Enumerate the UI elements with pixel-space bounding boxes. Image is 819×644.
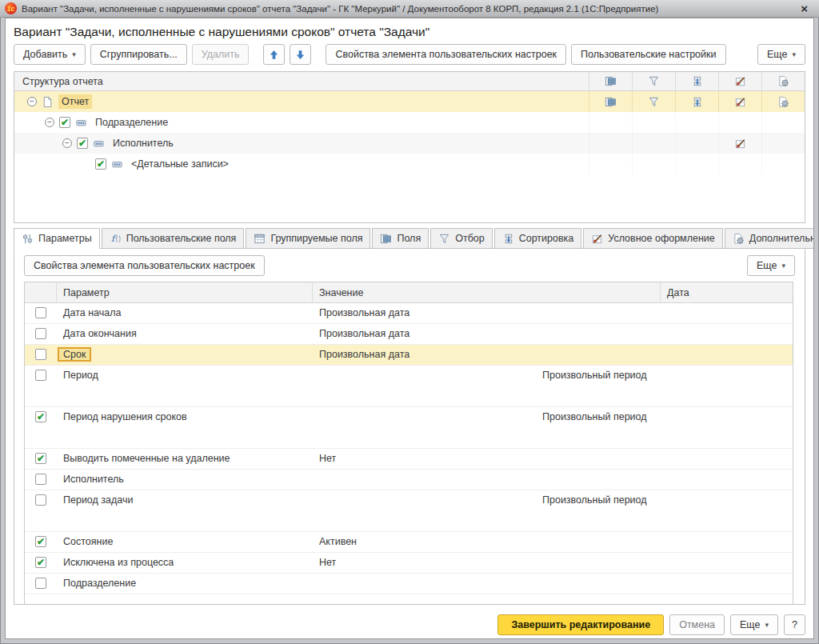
element-properties-button[interactable]: Свойства элемента пользовательских настр… <box>326 44 566 65</box>
param-name-cell: Выводить помеченные на удаление <box>57 449 313 464</box>
param-name: Дата окончания <box>63 328 137 339</box>
chevron-down-icon: ▾ <box>765 621 769 629</box>
param-checkbox[interactable] <box>35 474 46 485</box>
structure-tree-body: −Отчет−✔Подразделение−✔Исполнитель✔<Дета… <box>14 91 805 174</box>
sort-icon <box>691 75 703 87</box>
finish-editing-button[interactable]: Завершить редактирование <box>497 614 664 635</box>
column-gearpage <box>761 72 805 90</box>
tab-gearpage[interactable]: Дополнительные настройки <box>725 228 814 249</box>
column-checkbox <box>25 282 57 302</box>
param-checkbox-cell <box>25 366 57 381</box>
param-checkbox[interactable]: ✔ <box>35 411 46 422</box>
tree-row[interactable]: −Отчет <box>14 91 805 112</box>
param-checkbox[interactable] <box>35 370 46 381</box>
param-checkbox[interactable] <box>35 328 46 339</box>
param-date <box>661 324 793 328</box>
param-name: Исполнитель <box>63 474 124 485</box>
param-row[interactable]: Дата началаПроизвольная дата <box>25 303 793 324</box>
param-name-cell: Период нарушения сроков <box>57 407 313 422</box>
param-period-value: Произвольный период <box>313 490 793 506</box>
param-date <box>661 574 793 578</box>
param-row[interactable]: ПериодПроизвольный период <box>25 366 793 407</box>
collapse-icon[interactable]: − <box>62 138 72 148</box>
parameters-table-header: Параметр Значение Дата <box>25 282 793 303</box>
footer-more-button[interactable]: Еще▾ <box>730 614 778 635</box>
param-name-cell: Подразделение <box>57 574 313 589</box>
funnel-icon <box>648 75 660 87</box>
group-button[interactable]: Сгруппировать... <box>90 44 187 65</box>
param-checkbox-cell <box>25 345 57 360</box>
row-checkbox[interactable]: ✔ <box>59 117 70 128</box>
param-value: Активен <box>313 532 661 547</box>
tab-cond[interactable]: Условное оформление <box>583 228 722 249</box>
move-down-button[interactable] <box>290 44 311 65</box>
row-checkbox[interactable]: ✔ <box>95 158 106 170</box>
help-button[interactable]: ? <box>784 614 805 635</box>
tree-row[interactable]: ✔<Детальные записи> <box>14 154 805 174</box>
tab-params[interactable]: Параметры <box>14 228 100 249</box>
param-name: Период <box>63 370 98 381</box>
tree-row[interactable]: −✔Подразделение <box>14 112 805 133</box>
param-checkbox[interactable]: ✔ <box>35 453 46 464</box>
param-row[interactable]: ✔Период нарушения сроковПроизвольный пер… <box>25 407 793 449</box>
param-row[interactable]: ✔СостояниеАктивен <box>25 532 793 553</box>
move-up-button[interactable] <box>263 44 285 65</box>
footer-bar: Завершить редактирование Отмена Еще▾ ? <box>14 614 805 635</box>
param-checkbox[interactable] <box>35 307 46 318</box>
toolbar-more-button[interactable]: Еще▾ <box>757 44 805 65</box>
param-checkbox-cell: ✔ <box>25 532 57 547</box>
tab-funnel[interactable]: Отбор <box>430 228 493 249</box>
tree-row-label: Подразделение <box>92 115 171 130</box>
param-name-cell: Исполнитель <box>57 470 313 485</box>
param-row[interactable]: Подразделение <box>25 574 793 594</box>
tab-sort[interactable]: Сортировка <box>494 228 582 249</box>
param-row[interactable]: ✔Выводить помеченные на удалениеНет <box>25 449 793 470</box>
tab-grid[interactable]: Группируемые поля <box>246 228 370 249</box>
chevron-down-icon: ▾ <box>72 50 76 58</box>
param-checkbox[interactable] <box>35 578 46 589</box>
param-row[interactable]: Период задачиПроизвольный период <box>25 490 793 532</box>
fields-icon <box>605 96 617 108</box>
row-funnel-cell <box>632 91 675 112</box>
panel-properties-button[interactable]: Свойства элемента пользовательских настр… <box>24 255 265 276</box>
chevron-down-icon: ▾ <box>792 50 796 58</box>
group-icon <box>75 117 87 129</box>
row-cond-cell <box>718 112 761 133</box>
collapse-icon[interactable]: − <box>27 97 37 106</box>
param-name-cell: Состояние <box>57 532 313 547</box>
param-row[interactable]: Исполнитель <box>25 470 793 490</box>
page-title: Вариант "Задачи, исполненные с нарушения… <box>14 25 805 39</box>
param-row[interactable]: Дата окончанияПроизвольная дата <box>25 324 793 345</box>
row-checkbox[interactable]: ✔ <box>77 138 88 149</box>
param-checkbox[interactable]: ✔ <box>35 557 46 568</box>
add-button[interactable]: Добавить▾ <box>14 44 86 65</box>
window-body: Вариант "Задачи, исполненные с нарушения… <box>5 18 814 639</box>
delete-button[interactable]: Удалить <box>192 44 250 65</box>
panel-more-button[interactable]: Еще▾ <box>747 255 795 276</box>
row-cond-cell <box>718 91 761 112</box>
tab-label: Поля <box>397 233 421 244</box>
param-name: Подразделение <box>63 578 136 589</box>
close-icon[interactable]: × <box>796 1 813 17</box>
tree-row[interactable]: −✔Исполнитель <box>14 133 805 154</box>
tab-fx[interactable]: Пользовательские поля <box>102 228 245 249</box>
tree-row-label: <Детальные записи> <box>128 157 232 171</box>
params-table-body: Дата началаПроизвольная датаДата окончан… <box>25 303 793 594</box>
param-row[interactable]: СрокПроизвольная дата <box>25 345 793 366</box>
param-checkbox[interactable] <box>35 349 46 360</box>
param-row[interactable]: ✔Исключена из процессаНет <box>25 553 793 574</box>
param-date <box>661 449 793 453</box>
cancel-button[interactable]: Отмена <box>669 614 725 635</box>
row-funnel-cell <box>632 133 675 154</box>
tree-row-label: Исполнитель <box>110 136 177 150</box>
tab-fields[interactable]: Поля <box>372 228 429 249</box>
user-settings-button[interactable]: Пользовательские настройки <box>571 44 725 65</box>
param-checkbox[interactable]: ✔ <box>35 536 46 547</box>
collapse-icon[interactable]: − <box>45 118 54 127</box>
param-value <box>313 470 661 474</box>
param-checkbox[interactable] <box>35 494 46 506</box>
arrow-down-icon <box>294 49 306 61</box>
row-cond-cell <box>718 133 761 154</box>
param-date <box>661 345 793 349</box>
param-name: Состояние <box>63 536 113 547</box>
